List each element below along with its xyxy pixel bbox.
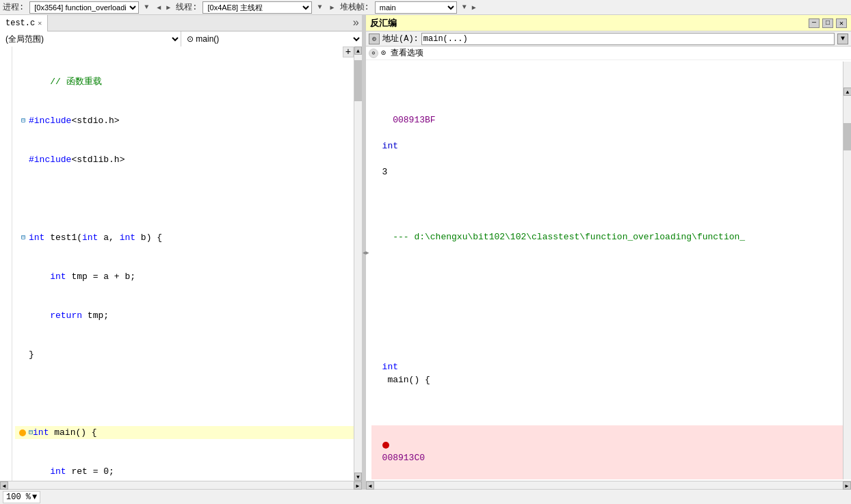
stack-icon: ▼ (462, 3, 467, 11)
editor-tab-testc[interactable]: test.c ✕ (0, 15, 48, 31)
code-text (29, 309, 50, 322)
disasm-kw: int (382, 362, 398, 372)
scroll-thumb[interactable] (354, 60, 362, 101)
disasm-addr: 008913C0 (382, 453, 425, 463)
disasm-scroll-up[interactable]: ▲ (843, 88, 851, 96)
tab-label: test.c (5, 18, 35, 28)
scope-right-select[interactable]: ⊙ main() (181, 31, 362, 47)
disasm-mnemonic: push (382, 479, 404, 479)
zoom-value: 100 % (6, 492, 31, 502)
process-select[interactable]: [0x3564] function_overloading.〈 (29, 1, 139, 14)
disasm-titlebar: 反汇编 ─ □ ✕ (366, 15, 851, 31)
code-line: #include<stdlib.h> (15, 153, 354, 166)
splitter-arrow: ◀▶ (363, 249, 369, 255)
main-container: test.c ✕ » (全局范围) ⊙ main() + // 函数重载 (0, 15, 851, 489)
code-line-main: ⊟int main() { (15, 426, 354, 439)
add-button[interactable]: + (343, 47, 354, 57)
hscroll-right-btn[interactable]: ▶ (354, 481, 362, 490)
addr-dropdown-btn[interactable]: ▼ (837, 34, 848, 44)
code-text: } (29, 348, 34, 361)
panel-splitter[interactable]: ◀▶ (363, 15, 366, 489)
collapse-icon[interactable]: ⊟ (21, 114, 25, 127)
disasm-addr-bar: ⊙ 地址(A): ▼ (366, 31, 851, 47)
line-indicator (18, 348, 29, 361)
code-text: // 函数重载 (29, 75, 102, 88)
scope-left-select[interactable]: (全局范围) (0, 31, 181, 47)
stack-label: 堆栈帧: (340, 1, 369, 13)
breakpoint-icon (19, 429, 26, 436)
disasm-scroll-thumb[interactable] (843, 123, 851, 150)
editor-tabbar: test.c ✕ » (0, 15, 362, 31)
code-text: int (120, 231, 135, 244)
code-area: + // 函数重载 ⊟ #include<stdio.h> #include<s… (0, 47, 362, 481)
process-label: 进程: (3, 1, 24, 13)
zoom-control[interactable]: 100 % ▼ (3, 491, 40, 503)
code-text: tmp = a + b; (66, 270, 135, 283)
scroll-down-btn[interactable]: ▼ (354, 473, 362, 481)
code-line: int tmp = a + b; (15, 270, 354, 283)
editor-hscrollbar[interactable]: ◀ ▶ (0, 481, 362, 489)
disasm-space (382, 128, 393, 138)
code-line: // 函数重载 (15, 75, 354, 88)
code-text (29, 465, 50, 478)
right-panel: 反汇编 ─ □ ✕ ⊙ 地址(A): ▼ ⊙ ⊙ 查看选项 008913BF i… (366, 15, 851, 489)
code-line (15, 192, 354, 205)
nav-back-icon: ◀ (157, 3, 161, 12)
nav-fwd-icon: ▶ (166, 3, 170, 12)
line-indicator: ⊟ (18, 231, 29, 244)
disasm-hscroll-right[interactable]: ▶ (843, 481, 851, 490)
line-indicator: ⊟ (18, 114, 29, 127)
disasm-code-area: 008913BF int 3 --- d:\chengxu\bit102\102… (366, 60, 851, 481)
disasm-hscrollbar[interactable]: ◀ ▶ (366, 481, 851, 489)
line-indicator (18, 192, 29, 205)
left-panel: test.c ✕ » (全局范围) ⊙ main() + // 函数重载 (0, 15, 363, 489)
disasm-pin-btn[interactable]: ─ (809, 18, 820, 28)
hscroll-left-btn[interactable]: ◀ (0, 481, 8, 490)
disasm-space (382, 349, 393, 359)
code-line: return tmp; (15, 309, 354, 322)
disasm-float-btn[interactable]: □ (822, 18, 833, 28)
disasm-space (382, 154, 441, 164)
disasm-scrollbar[interactable]: ▲ (843, 62, 851, 479)
thread-select[interactable]: [0x4AE8] 主线程 (202, 1, 312, 14)
top-toolbar: 进程: [0x3564] function_overloading.〈 ▼ ◀ … (0, 0, 851, 15)
scroll-up-btn[interactable]: ▲ (354, 47, 362, 55)
line-indicator-main (18, 426, 29, 439)
stack-select[interactable]: main (375, 1, 457, 14)
addr-input[interactable] (421, 33, 835, 45)
code-line: int ret = 0; (15, 465, 354, 478)
tab-expand-icon[interactable]: » (350, 17, 362, 29)
disasm-line-comment[interactable]: --- d:\chengxu\bit102\102\classtest\func… (371, 217, 843, 243)
code-text: #include (29, 153, 71, 166)
code-text: ret = 0; (66, 465, 114, 478)
collapse-icon[interactable]: ⊟ (21, 231, 25, 244)
disasm-lines[interactable]: 008913BF int 3 --- d:\chengxu\bit102\102… (366, 62, 843, 479)
addr-back-btn[interactable]: ⊙ (369, 34, 380, 44)
line-indicator (18, 465, 29, 478)
code-line: } (15, 348, 354, 361)
editor-scrollbar[interactable]: ▲ ▼ (354, 47, 362, 481)
tab-close-icon[interactable]: ✕ (38, 19, 42, 27)
disasm-mnemonic: int (382, 141, 398, 151)
disasm-text: main() { (382, 375, 430, 385)
hscroll-track[interactable] (8, 481, 354, 489)
view-options-label[interactable]: ⊙ 查看选项 (381, 47, 423, 59)
scope-bar: (全局范围) ⊙ main() (0, 31, 362, 47)
code-text: tmp; (82, 309, 109, 322)
code-text: int (50, 465, 66, 478)
view-options-icon[interactable]: ⊙ (369, 49, 378, 58)
disasm-line[interactable]: 008913BF int 3 (371, 101, 843, 178)
code-text (29, 192, 34, 205)
disasm-line-header[interactable]: int main() { (371, 334, 843, 386)
line-indicator (18, 309, 29, 322)
disasm-addr: 008913BF (382, 115, 436, 125)
line-indicator (18, 75, 29, 88)
code-line (15, 387, 354, 400)
disasm-line-breakpoint[interactable]: 008913C0 push ebp (371, 425, 843, 479)
code-content[interactable]: // 函数重载 ⊟ #include<stdio.h> #include<std… (12, 47, 354, 481)
disasm-hscroll-track[interactable] (374, 481, 843, 489)
disasm-close-btn[interactable]: ✕ (836, 18, 847, 28)
disasm-hscroll-left[interactable]: ◀ (366, 481, 374, 490)
thread-icon: ▼ (317, 3, 322, 11)
addr-label: 地址(A): (382, 33, 419, 44)
